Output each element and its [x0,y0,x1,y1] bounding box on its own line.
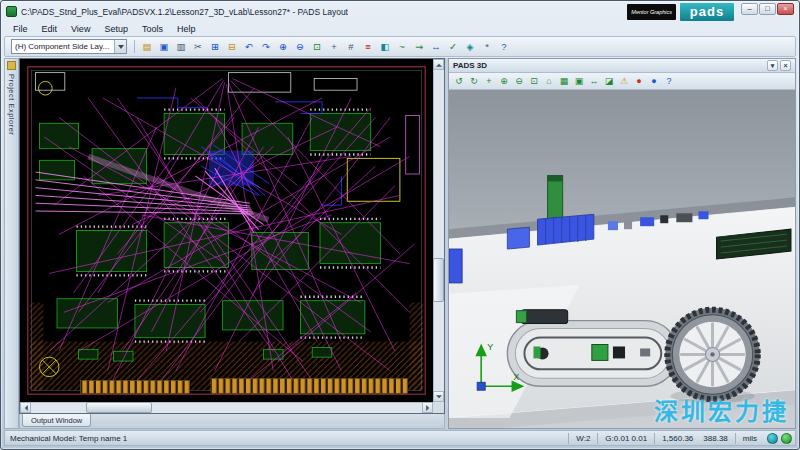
status-grid: G:0.01 0.01 [597,433,654,444]
panel-close-icon[interactable]: × [780,60,791,71]
pcb-2d-view[interactable] [19,58,445,414]
axis-y-label: Y [487,343,493,353]
statusbar: Mechanical Model: Temp name 1 W:2 G:0.01… [4,430,796,446]
layer-combo-value: (H) Component Side Lay... [12,42,114,51]
status-coordinates: 1,560.36 388.38 [654,433,735,444]
menu-help[interactable]: Help [170,23,203,35]
autoroute-icon[interactable]: ⇝ [411,39,427,55]
status-green-icon[interactable] [781,433,792,444]
cut-icon[interactable]: ✂ [190,39,206,55]
main-area: Project Explorer [4,58,796,429]
scroll-down-icon[interactable] [433,391,444,402]
scroll-left-icon[interactable] [20,402,31,413]
menu-tools[interactable]: Tools [135,23,170,35]
minimize-button[interactable]: – [741,3,758,15]
main-toolbar: (H) Component Side Lay... ▤▣▥✂⊞⊟↶↷⊕⊖⊡+#≡… [4,36,796,57]
measure-icon[interactable]: ↔ [428,39,444,55]
status-width: W:2 [568,433,597,444]
zoom-out-3d-icon[interactable]: ⊖ [512,74,526,88]
rotate-right-icon[interactable]: ↻ [467,74,481,88]
vertical-scrollbar[interactable] [433,59,444,402]
pads-3d-header: PADS 3D ▾ × [449,59,795,73]
project-explorer-icon [7,61,16,70]
help-3d-icon[interactable]: ? [662,74,676,88]
status-x: 1,560.36 [662,433,693,444]
menu-file[interactable]: File [6,23,35,35]
window-title: C:\PADS_Stnd_Plus_Eval\PADSVX.1.2\Lesson… [21,7,348,17]
menu-setup[interactable]: Setup [97,23,135,35]
3d-view-icon[interactable]: ◈ [462,39,478,55]
panel-menu-icon[interactable]: ▾ [767,60,778,71]
close-button[interactable]: × [777,3,794,15]
warning-icon[interactable]: ⚠ [617,74,631,88]
mentor-graphics-logo: Mentor Graphics [627,4,676,20]
zoom-board-icon[interactable]: ⊡ [309,39,325,55]
copy-icon[interactable]: ⊞ [207,39,223,55]
pads-3d-toolbar: ↺↻+⊕⊖⊡⌂▦▣↔◪⚠●●? [449,73,795,90]
options-icon[interactable]: * [479,39,495,55]
menubar: FileEditViewSetupToolsHelp [4,21,796,36]
axis-x-label: X [513,372,519,382]
menu-edit[interactable]: Edit [35,23,65,35]
open-icon[interactable]: ▤ [139,39,155,55]
horizontal-scroll-thumb[interactable] [86,402,152,413]
toolbar-separator [134,40,135,53]
print-icon[interactable]: ▥ [173,39,189,55]
pads-3d-title: PADS 3D [453,61,487,70]
layers-icon[interactable]: ≡ [360,39,376,55]
colors-icon[interactable]: ◧ [377,39,393,55]
vertical-scroll-thumb[interactable] [433,258,444,302]
toolbar-icons: ▤▣▥✂⊞⊟↶↷⊕⊖⊡+#≡◧~⇝↔✓◈*? [139,39,512,55]
window-controls: – □ × [741,3,794,15]
app-icon [6,6,17,17]
measure-3d-icon[interactable]: ↔ [587,74,601,88]
redo-icon[interactable]: ↷ [258,39,274,55]
home-view-icon[interactable]: ⌂ [542,74,556,88]
status-teal-icon[interactable] [767,433,778,444]
pcb-2d-canvas[interactable] [20,59,433,402]
grid-icon[interactable]: # [343,39,359,55]
pcb-3d-viewport[interactable]: Y X [449,90,795,428]
section-icon[interactable]: ◪ [602,74,616,88]
sphere-icon[interactable]: ● [647,74,661,88]
verify-icon[interactable]: ✓ [445,39,461,55]
route-icon[interactable]: ~ [394,39,410,55]
scrollbar-corner [433,402,444,413]
rotate-left-icon[interactable]: ↺ [452,74,466,88]
zoom-in-icon[interactable]: ⊕ [275,39,291,55]
maximize-button[interactable]: □ [759,3,776,15]
pads-3d-panel: PADS 3D ▾ × ↺↻+⊕⊖⊡⌂▦▣↔◪⚠●●? [448,58,796,429]
project-explorer-label: Project Explorer [7,74,16,135]
undo-icon[interactable]: ↶ [241,39,257,55]
status-units: mils [735,433,764,444]
pcb-3d-canvas[interactable]: Y X [449,90,795,428]
paste-icon[interactable]: ⊟ [224,39,240,55]
pads-layout-window: C:\PADS_Stnd_Plus_Eval\PADSVX.1.2\Lesson… [0,0,800,450]
menu-view[interactable]: View [64,23,97,35]
design-column: Output Window [19,58,445,429]
drc-dot-icon[interactable]: ● [632,74,646,88]
horizontal-scrollbar[interactable] [20,402,433,413]
save-icon[interactable]: ▣ [156,39,172,55]
bottom-tab-strip: Output Window [19,414,445,429]
top-view-icon[interactable]: ▦ [557,74,571,88]
status-model: Mechanical Model: Temp name 1 [8,434,568,443]
snapshot-icon[interactable]: ▣ [572,74,586,88]
output-window-tab[interactable]: Output Window [22,414,91,427]
fit-3d-icon[interactable]: ⊡ [527,74,541,88]
layer-combo[interactable]: (H) Component Side Lay... [11,39,127,54]
help-icon[interactable]: ? [496,39,512,55]
titlebar: C:\PADS_Stnd_Plus_Eval\PADSVX.1.2\Lesson… [4,1,796,21]
project-explorer-strip[interactable]: Project Explorer [4,58,19,429]
pads-logo: pads [680,3,734,21]
chevron-down-icon[interactable] [114,40,126,53]
pan-icon[interactable]: + [326,39,342,55]
zoom-in-3d-icon[interactable]: ⊕ [497,74,511,88]
pan-3d-icon[interactable]: + [482,74,496,88]
status-y: 388.38 [703,433,727,444]
scroll-right-icon[interactable] [422,402,433,413]
zoom-out-icon[interactable]: ⊖ [292,39,308,55]
scroll-up-icon[interactable] [433,59,444,70]
